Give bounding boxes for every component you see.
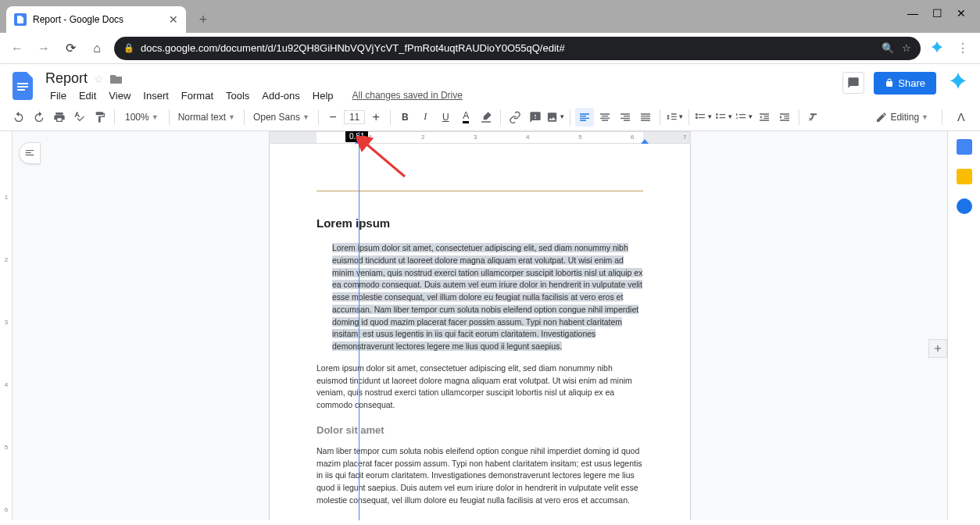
- back-button[interactable]: ←: [8, 39, 27, 58]
- align-right-button[interactable]: [616, 108, 635, 127]
- paragraph-3[interactable]: Nam liber tempor cum soluta nobis eleife…: [317, 445, 643, 507]
- comments-button[interactable]: [842, 72, 864, 94]
- document-page[interactable]: Lorem ipsum Lorem ipsum dolor sit amet, …: [269, 144, 691, 520]
- keep-addon-icon[interactable]: [957, 169, 972, 184]
- redo-button[interactable]: [30, 108, 48, 127]
- align-justify-button[interactable]: [636, 108, 655, 127]
- italic-button[interactable]: I: [416, 108, 435, 127]
- paint-format-button[interactable]: [91, 108, 109, 127]
- docs-header: Report ☆ File Edit View Insert Format To…: [0, 64, 980, 103]
- line-spacing-button[interactable]: ▼: [665, 108, 684, 127]
- spellcheck-button[interactable]: [70, 108, 89, 127]
- outline-toggle-button[interactable]: [19, 142, 41, 164]
- insert-link-button[interactable]: [506, 108, 524, 127]
- hide-menus-button[interactable]: ᐱ: [952, 108, 971, 127]
- svg-line-6: [364, 142, 405, 177]
- horizontal-ruler[interactable]: 1 2 3 4 5 6 7 0.81: [269, 131, 691, 144]
- font-select[interactable]: Open Sans▼: [249, 112, 313, 123]
- editing-mode-select[interactable]: Editing▼: [871, 111, 932, 123]
- browser-brand-icon: [928, 40, 946, 57]
- checklist-button[interactable]: ▼: [694, 108, 713, 127]
- svg-rect-1: [17, 86, 28, 88]
- tasks-addon-icon[interactable]: [957, 198, 972, 214]
- paragraph-2[interactable]: Lorem ipsum dolor sit amet, consectetuer…: [317, 362, 643, 412]
- minimize-icon[interactable]: —: [907, 7, 918, 20]
- menu-edit[interactable]: Edit: [74, 88, 101, 103]
- insert-image-button[interactable]: ▼: [546, 108, 565, 127]
- svg-point-3: [716, 113, 718, 116]
- svg-point-4: [716, 116, 718, 119]
- font-size-input[interactable]: 11: [344, 110, 365, 124]
- indent-guide-line: [359, 132, 359, 520]
- undo-button[interactable]: [9, 108, 28, 127]
- svg-rect-0: [17, 83, 28, 84]
- bookmark-star-icon[interactable]: ☆: [902, 42, 911, 54]
- font-size-decrease[interactable]: −: [324, 108, 342, 127]
- browser-tab[interactable]: Report - Google Docs ✕: [6, 6, 186, 33]
- reload-button[interactable]: ⟳: [61, 39, 80, 58]
- menu-insert[interactable]: Insert: [138, 88, 173, 103]
- indent-decrease-button[interactable]: [755, 108, 774, 127]
- share-label: Share: [898, 77, 925, 89]
- underline-button[interactable]: U: [436, 108, 455, 127]
- document-hr: [317, 191, 643, 191]
- main-workspace: 1 2 3 4 5 6 1 2 3 4 5 6 7 0.81: [0, 131, 980, 520]
- indent-increase-button[interactable]: [775, 108, 794, 127]
- menu-bar: File Edit View Insert Format Tools Add-o…: [45, 88, 835, 103]
- menu-help[interactable]: Help: [308, 88, 338, 103]
- tab-title: Report - Google Docs: [33, 14, 123, 25]
- side-panel: [947, 131, 980, 520]
- vertical-ruler[interactable]: 1 2 3 4 5 6: [0, 131, 13, 520]
- user-avatar[interactable]: [946, 70, 971, 95]
- address-bar[interactable]: 🔒 docs.google.com/document/d/1u92QH8GiHN…: [114, 37, 921, 60]
- menu-addons[interactable]: Add-ons: [257, 88, 304, 103]
- maximize-icon[interactable]: ☐: [932, 7, 942, 20]
- insert-comment-button[interactable]: [526, 108, 545, 127]
- align-center-button[interactable]: [596, 108, 614, 127]
- explore-button[interactable]: [928, 339, 947, 358]
- menu-file[interactable]: File: [45, 88, 71, 103]
- url-text: docs.google.com/document/d/1u92QH8GiHNbV…: [141, 42, 875, 54]
- text-color-button[interactable]: A: [456, 108, 475, 127]
- selected-text: Lorem ipsum dolor sit amet, consectetuer…: [332, 243, 642, 351]
- heading-2[interactable]: Dolor sit amet: [317, 424, 643, 436]
- new-tab-button[interactable]: +: [192, 9, 214, 30]
- close-tab-icon[interactable]: ✕: [169, 13, 178, 26]
- docs-logo[interactable]: [9, 72, 38, 100]
- svg-rect-2: [17, 89, 25, 91]
- forward-button: →: [34, 39, 53, 58]
- print-button[interactable]: [50, 108, 69, 127]
- docs-favicon: [14, 13, 27, 26]
- align-left-button[interactable]: [575, 108, 594, 127]
- paragraph-1[interactable]: Lorem ipsum dolor sit amet, consectetuer…: [317, 242, 643, 353]
- menu-format[interactable]: Format: [177, 88, 218, 103]
- menu-tools[interactable]: Tools: [221, 88, 254, 103]
- close-window-icon[interactable]: ✕: [957, 7, 966, 20]
- window-controls: — ☐ ✕: [907, 7, 980, 26]
- browser-chrome: Report - Google Docs ✕ + — ☐ ✕ ← → ⟳ ⌂ 🔒…: [0, 0, 980, 64]
- heading-1[interactable]: Lorem ipsum: [317, 216, 643, 230]
- document-title[interactable]: Report: [45, 70, 88, 87]
- home-button[interactable]: ⌂: [88, 39, 106, 58]
- zoom-indicator-icon[interactable]: 🔍: [882, 42, 894, 54]
- bulleted-list-button[interactable]: ▼: [714, 108, 733, 127]
- paragraph-style-select[interactable]: Normal text▼: [174, 112, 239, 123]
- calendar-addon-icon[interactable]: [957, 139, 972, 155]
- bold-button[interactable]: B: [395, 108, 414, 127]
- clear-formatting-button[interactable]: [804, 108, 823, 127]
- zoom-select[interactable]: 100%▼: [120, 109, 164, 125]
- lock-icon: 🔒: [123, 43, 134, 53]
- menu-view[interactable]: View: [104, 88, 135, 103]
- star-icon[interactable]: ☆: [94, 73, 104, 85]
- move-folder-icon[interactable]: [110, 73, 123, 84]
- annotation-arrow: [356, 136, 411, 183]
- numbered-list-button[interactable]: ▼: [735, 108, 753, 127]
- drive-status[interactable]: All changes saved in Drive: [348, 88, 467, 103]
- font-size-increase[interactable]: +: [367, 108, 385, 127]
- highlight-color-button[interactable]: [477, 108, 495, 127]
- toolbar: 100%▼ Normal text▼ Open Sans▼ − 11 + B I…: [0, 103, 980, 131]
- browser-menu-icon[interactable]: ⋮: [953, 39, 972, 58]
- share-button[interactable]: Share: [874, 72, 936, 95]
- right-indent-marker[interactable]: [641, 139, 649, 144]
